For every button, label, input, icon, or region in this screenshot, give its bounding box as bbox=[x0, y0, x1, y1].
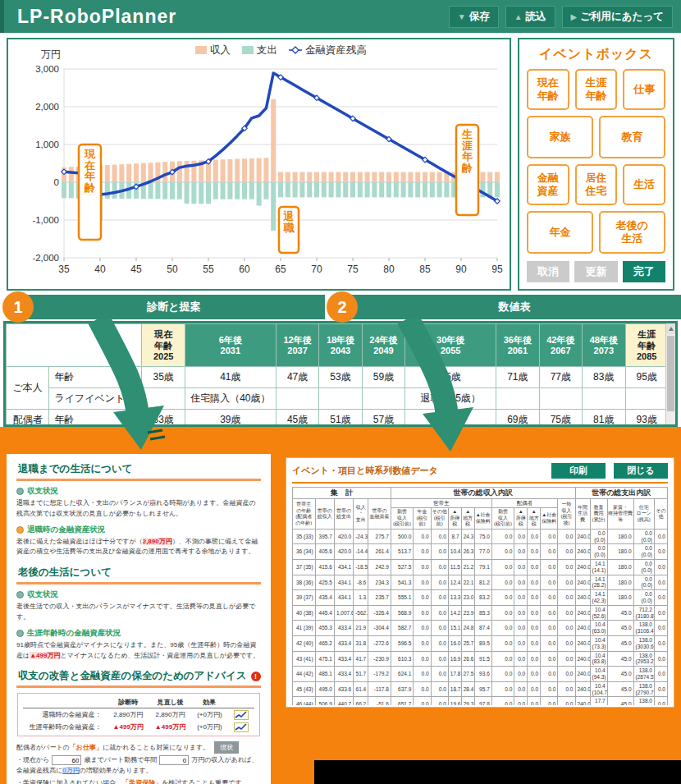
cell: 440.7 bbox=[334, 697, 353, 705]
tab-diagnosis[interactable]: 診断と提案 bbox=[23, 295, 325, 319]
cell: 0.0 bbox=[558, 560, 575, 575]
annotation-label: 退職 bbox=[283, 210, 295, 234]
cancel-button[interactable]: 取消 bbox=[527, 261, 569, 282]
x-tick-label: 40 bbox=[94, 264, 106, 275]
work-term: 「お仕事」 bbox=[70, 744, 103, 751]
lifetime-asset-value: ▲499万円 bbox=[30, 652, 60, 659]
save-button[interactable]: ▼保存 bbox=[449, 6, 499, 28]
cell: 475.1 bbox=[315, 651, 334, 667]
income-bar bbox=[408, 172, 413, 182]
retirement-asset-value: 2,890万円 bbox=[143, 538, 172, 545]
column-header: 48年後2073 bbox=[583, 324, 625, 367]
expense-bar bbox=[495, 182, 500, 197]
income-bar bbox=[221, 159, 226, 182]
cell: 1.3 bbox=[354, 590, 368, 606]
income-bar bbox=[263, 158, 268, 182]
table-row: 45 (43)495.0433.661.4-117.8637.90.00.018… bbox=[293, 681, 668, 697]
scrollbar-thumb[interactable] bbox=[667, 336, 674, 411]
timeseries-title: イベント・項目と時系列数値データ bbox=[292, 465, 543, 477]
expense-bar bbox=[278, 182, 283, 197]
load-triangle-icon: ▲ bbox=[514, 12, 523, 21]
cell: 81.2 bbox=[474, 575, 491, 590]
event-button-lifetime-age[interactable]: 生涯 年齢 bbox=[575, 69, 618, 110]
event-button-work[interactable]: 仕事 bbox=[623, 69, 665, 110]
column-header: 生涯 年齢2085 bbox=[625, 324, 669, 367]
event-button-current-age[interactable]: 現在 年齢 bbox=[527, 69, 569, 110]
cell: 0.0 bbox=[514, 560, 528, 575]
annotation-label: 現在年齢 bbox=[84, 148, 96, 194]
cell: 95.7 bbox=[474, 681, 491, 697]
part-time-age-input[interactable] bbox=[52, 755, 81, 765]
cell: 35 (33) bbox=[293, 529, 316, 544]
event-button-pension[interactable]: 年金 bbox=[527, 211, 593, 254]
timeseries-table: 集 計世帯の総収入内訳世帯の総支出内訳世帯主 の年齢 (配偶者 の年齢)世帯の … bbox=[292, 487, 668, 705]
event-button-family[interactable]: 家族 bbox=[527, 116, 593, 158]
cell: -18.5 bbox=[354, 560, 368, 575]
load-button[interactable]: ▲読込 bbox=[505, 6, 555, 28]
column-header: ▲ 地方税 bbox=[461, 508, 474, 530]
load-label: 読込 bbox=[526, 10, 546, 24]
event-button-living[interactable]: 生活 bbox=[623, 164, 665, 205]
cell: 712.2 (3180.8) bbox=[633, 605, 654, 621]
age-table-scrollbar[interactable] bbox=[665, 323, 675, 424]
cell: 61.4 bbox=[354, 681, 368, 697]
update-button[interactable]: 更新 bbox=[574, 261, 617, 282]
income-bar bbox=[249, 158, 254, 182]
y-tick-label: 2,000 bbox=[35, 102, 59, 112]
guide-triangle-icon: ▶ bbox=[571, 12, 578, 21]
section-title: 老後の生活について bbox=[18, 566, 112, 580]
income-bar bbox=[293, 172, 298, 182]
cell: (+0万円) bbox=[191, 721, 227, 733]
row-group-label: 配偶者 bbox=[7, 410, 49, 428]
cell: 0.0 bbox=[558, 544, 575, 560]
cell: 0.0 (0.0) bbox=[633, 590, 654, 606]
effect-amount-link[interactable]: 0万円 bbox=[62, 767, 79, 774]
mini-chart-icon[interactable] bbox=[234, 722, 249, 732]
paragraph-old-age-balance: 老後生活での収入・支出のバランスがマイナスです。生活費等の見直しが必要です。 bbox=[16, 602, 261, 623]
paragraph-lifetime-assets: 91歳時点で金融資産がマイナスになります。また、95歳（生涯年齢）時の金融資産は… bbox=[16, 640, 261, 662]
event-button-education[interactable]: 教育 bbox=[599, 116, 665, 158]
cell: 138.0 (2711.6) bbox=[633, 697, 654, 705]
column-header: ▲社会 保険料 bbox=[541, 508, 558, 530]
cell: -272.6 bbox=[368, 636, 391, 652]
income-bar bbox=[336, 172, 340, 182]
subsection-label: 生涯年齢時の金融資産状況 bbox=[27, 628, 121, 639]
age-table-panel: 現在 年齢20256年後203112年後203718年後204324年後2049… bbox=[3, 321, 678, 427]
cell: 582.7 bbox=[391, 621, 414, 636]
cell: 13.3 bbox=[448, 590, 461, 606]
black-overlay bbox=[314, 760, 681, 784]
cell: 495.0 bbox=[315, 681, 334, 697]
cell: 0.0 bbox=[431, 544, 448, 560]
cell: -24.3 bbox=[354, 529, 368, 544]
cell: 0.0 bbox=[541, 544, 558, 560]
complete-button[interactable]: 完了 bbox=[623, 261, 665, 282]
part-time-income-input[interactable] bbox=[159, 755, 189, 765]
tab-numeric-table[interactable]: 数値表 bbox=[348, 295, 681, 319]
scroll-up-icon[interactable] bbox=[666, 323, 675, 334]
event-button-retirement-life[interactable]: 老後の 生活 bbox=[599, 211, 665, 254]
cell: 95歳 bbox=[625, 367, 669, 388]
print-button[interactable]: 印刷 bbox=[551, 463, 606, 479]
cell: 97.8 bbox=[474, 697, 491, 705]
cell: 10.4 (104.7) bbox=[590, 681, 607, 697]
cell: 93歳 bbox=[625, 410, 669, 428]
event-button-housing[interactable]: 居住 住宅 bbox=[575, 164, 618, 205]
cell: 0.0 (0.0) bbox=[590, 529, 607, 544]
usage-guide-button[interactable]: ▶ご利用にあたって bbox=[562, 6, 673, 28]
cell: ▲499万円 bbox=[107, 721, 149, 733]
cell: 83.2 bbox=[474, 590, 491, 606]
cell: 39歳 bbox=[185, 410, 276, 428]
cell: 415.6 bbox=[315, 560, 334, 575]
status-button-work[interactable]: 現状 bbox=[214, 741, 239, 754]
subsection-label: 収支状況 bbox=[27, 589, 58, 600]
income-bar bbox=[322, 172, 327, 182]
cell: 555.1 bbox=[391, 590, 414, 606]
cell: 445.4 bbox=[315, 605, 334, 621]
mini-chart-icon[interactable] bbox=[234, 710, 249, 720]
cell: 138.0 (2953.2) bbox=[633, 651, 654, 667]
cell: 0.0 bbox=[528, 529, 541, 544]
close-button[interactable]: 閉じる bbox=[614, 463, 668, 479]
cell: 39 (37) bbox=[293, 590, 316, 606]
event-button-financial-assets[interactable]: 金融 資産 bbox=[527, 164, 569, 205]
cell: -179.2 bbox=[368, 667, 391, 682]
